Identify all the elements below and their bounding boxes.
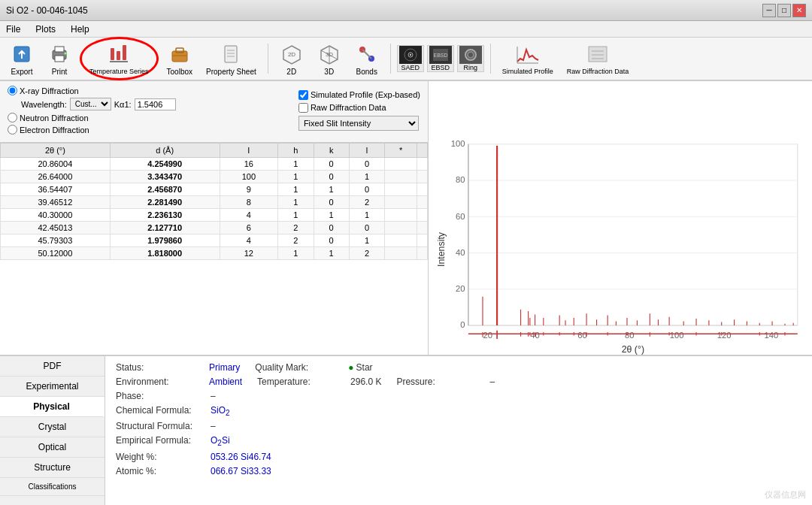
btn-bonds[interactable]: Bonds bbox=[350, 39, 384, 79]
title-bar: Si O2 - 00-046-1045 ─ □ ✕ bbox=[0, 0, 812, 21]
2d-icon: 2D bbox=[280, 42, 304, 66]
menu-plots[interactable]: Plots bbox=[32, 23, 59, 35]
svg-text:80: 80 bbox=[456, 175, 465, 184]
cell-1-5: 1 bbox=[349, 171, 384, 183]
btn-3d[interactable]: 3D 3D bbox=[312, 39, 347, 79]
menu-help[interactable]: Help bbox=[68, 23, 92, 35]
close-button[interactable]: ✕ bbox=[792, 4, 806, 17]
quality-value: Star bbox=[348, 362, 372, 373]
cell-7-4: 1 bbox=[314, 247, 349, 260]
tab-structure[interactable]: Structure bbox=[0, 458, 105, 478]
export-button[interactable]: Export bbox=[5, 39, 39, 79]
tab-experimental[interactable]: Experimental bbox=[0, 376, 105, 397]
cell-3-6 bbox=[385, 196, 417, 209]
toolbar: Export Print Temperature Series bbox=[0, 38, 812, 81]
cell-3-2: 8 bbox=[220, 196, 278, 209]
atomic-row: Atomic %: 066.67 Si33.33 bbox=[116, 466, 801, 476]
svg-text:2D: 2D bbox=[288, 51, 295, 58]
ebsd-button[interactable]: EBSD EBSD bbox=[427, 45, 454, 72]
intensity-select[interactable]: Fixed Slit Intensity bbox=[298, 116, 419, 131]
empirical-label: Empirical Formula: bbox=[116, 435, 206, 446]
diffraction-table: 2θ (°) d (Å) I h k l * 20.860044.2549901… bbox=[0, 143, 428, 260]
saed-button[interactable]: SAED bbox=[397, 45, 424, 72]
raw-diffraction-button[interactable]: Raw Diffraction Data bbox=[562, 39, 634, 78]
toolbox-button[interactable]: Toolbox bbox=[162, 39, 198, 79]
svg-text:60: 60 bbox=[577, 331, 586, 340]
table-row[interactable]: 50.120001.81800012112 bbox=[1, 247, 428, 260]
cell-5-0: 42.45013 bbox=[1, 222, 111, 234]
struct-formula-value: – bbox=[211, 421, 216, 431]
toolbox-icon bbox=[168, 42, 192, 66]
property-sheet-button[interactable]: Property Sheet bbox=[201, 39, 262, 79]
3d-icon: 3D bbox=[317, 42, 341, 66]
atomic-label: Atomic %: bbox=[116, 466, 206, 476]
col-header-k: k bbox=[314, 144, 349, 158]
cell-4-3: 1 bbox=[278, 209, 314, 222]
col-header-d: d (Å) bbox=[110, 144, 220, 158]
environment-label: Environment: bbox=[116, 376, 206, 387]
maximize-button[interactable]: □ bbox=[777, 4, 791, 17]
cell-6-0: 45.79303 bbox=[1, 234, 111, 247]
temperature-series-button[interactable]: Temperature Series bbox=[80, 37, 159, 80]
raw-label: Raw Diffraction Data bbox=[567, 68, 629, 75]
cell-0-1: 4.254990 bbox=[110, 158, 220, 171]
tab-physical[interactable]: Physical bbox=[0, 397, 105, 417]
tab-crystal[interactable]: Crystal bbox=[0, 417, 105, 437]
table-row[interactable]: 36.544072.4568709110 bbox=[1, 183, 428, 196]
svg-text:60: 60 bbox=[456, 212, 465, 221]
cell-2-0: 36.54407 bbox=[1, 183, 111, 196]
col-header-l: l bbox=[349, 144, 384, 158]
window-controls: ─ □ ✕ bbox=[762, 4, 806, 17]
cell-0-6 bbox=[385, 158, 417, 171]
svg-point-28 bbox=[410, 54, 411, 56]
temperature-series-icon bbox=[107, 42, 131, 66]
svg-text:100: 100 bbox=[670, 331, 684, 340]
tab-pdf[interactable]: PDF bbox=[0, 356, 105, 376]
svg-rect-7 bbox=[117, 51, 120, 60]
cell-7-6 bbox=[385, 247, 417, 260]
cell-1-3: 1 bbox=[278, 171, 314, 183]
menu-bar: File Plots Help bbox=[0, 21, 812, 38]
phase-label: Phase: bbox=[116, 391, 206, 401]
simulated-profile-button[interactable]: Simulated Profile bbox=[497, 39, 559, 78]
simulated-icon bbox=[516, 42, 540, 66]
cell-7-5: 2 bbox=[349, 247, 384, 260]
cell-0-0: 20.86004 bbox=[1, 158, 111, 171]
btn-2d[interactable]: 2D 2D bbox=[274, 39, 309, 79]
tab-classifications[interactable]: Classifications bbox=[0, 478, 105, 496]
tab-optical[interactable]: Optical bbox=[0, 437, 105, 458]
table-row[interactable]: 20.860044.25499016100 bbox=[1, 158, 428, 171]
bonds-icon bbox=[355, 42, 379, 66]
table-row[interactable]: 45.793031.9798604201 bbox=[1, 234, 428, 247]
print-button[interactable]: Print bbox=[42, 39, 77, 79]
atomic-value: 066.67 Si33.33 bbox=[211, 466, 271, 476]
menu-file[interactable]: File bbox=[3, 23, 23, 35]
window-title: Si O2 - 00-046-1045 bbox=[6, 5, 88, 16]
controls-right: Simulated Profile (Exp-based) Raw Diffra… bbox=[298, 90, 420, 131]
table-row[interactable]: 39.465122.2814908102 bbox=[1, 196, 428, 209]
table-row[interactable]: 26.640003.343470100101 bbox=[1, 171, 428, 183]
raw-checkbox[interactable]: Raw Diffraction Data bbox=[298, 103, 420, 113]
ring-button[interactable]: Ring bbox=[457, 45, 484, 72]
cell-7-1: 1.818000 bbox=[110, 247, 220, 260]
minimize-button[interactable]: ─ bbox=[762, 4, 776, 17]
property-label: Property Sheet bbox=[206, 68, 256, 76]
pressure-value: – bbox=[489, 376, 495, 387]
table-row[interactable]: 42.450132.1277106200 bbox=[1, 222, 428, 234]
cell-2-1: 2.456870 bbox=[110, 183, 220, 196]
wavelength-select[interactable]: Cust... bbox=[70, 98, 111, 110]
status-pair: Status: Primary bbox=[116, 362, 240, 373]
xray-radio[interactable]: X-ray Diffraction bbox=[8, 86, 176, 95]
ebsd-label: EBSD bbox=[431, 64, 450, 71]
cell-5-1: 2.127710 bbox=[110, 222, 220, 234]
neutron-radio[interactable]: Neutron Diffraction bbox=[8, 113, 176, 122]
svg-rect-4 bbox=[55, 56, 64, 62]
table-row[interactable]: 40.300002.2361304111 bbox=[1, 209, 428, 222]
cell-2-4: 1 bbox=[314, 183, 349, 196]
property-sheet-icon bbox=[219, 42, 243, 66]
electron-radio[interactable]: Electron Diffraction bbox=[8, 125, 176, 135]
kalpha-input[interactable] bbox=[135, 98, 176, 110]
cell-4-0: 40.30000 bbox=[1, 209, 111, 222]
print-icon bbox=[47, 42, 71, 66]
simulated-checkbox[interactable]: Simulated Profile (Exp-based) bbox=[298, 90, 420, 100]
